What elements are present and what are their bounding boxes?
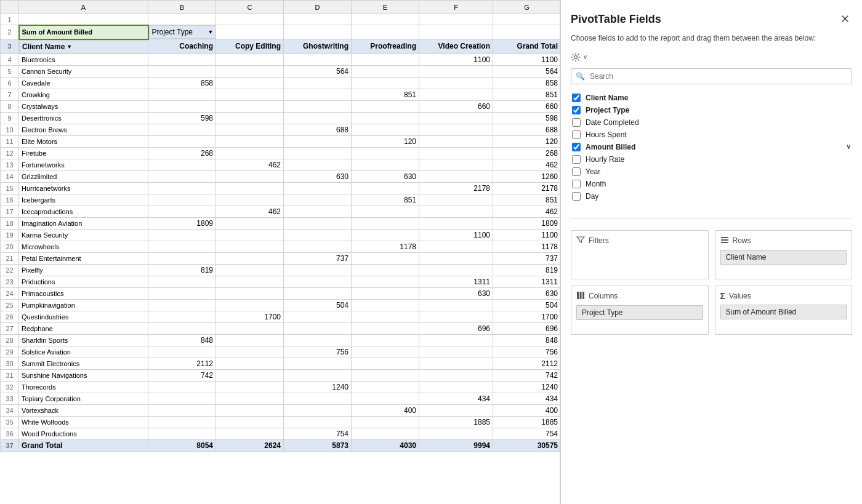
field-item-hours_spent[interactable]: Hours Spent [571, 129, 852, 141]
copy-editing-cell: 462 [216, 159, 284, 170]
ghostwriting-cell [284, 264, 352, 276]
video-creation-cell [419, 404, 493, 416]
values-tag[interactable]: Sum of Amount Billed [720, 305, 847, 319]
svg-rect-5 [580, 292, 582, 299]
pivot-table: A B C D E F G 1 2 [0, 0, 560, 452]
client-name-dropdown[interactable]: ▼ [66, 44, 72, 50]
cell [352, 25, 419, 39]
row-num: 3 [1, 39, 19, 54]
ghostwriting-cell [284, 241, 352, 252]
video-creation-cell [419, 124, 493, 135]
project-type-filter-cell[interactable]: Project Type ▼ [149, 25, 217, 39]
ghostwriting-cell [284, 54, 352, 65]
proofreading-cell [352, 264, 419, 276]
pivot-fields-panel: PivotTable Fields ✕ Choose fields to add… [560, 0, 862, 504]
field-item-amount_billed[interactable]: Amount Billed ∨ [571, 141, 852, 153]
columns-tag[interactable]: Project Type [576, 305, 703, 320]
client-name-cell: Bluetronics [19, 54, 148, 65]
client-name-cell: Primacoustics [19, 287, 148, 299]
field-label-hourly_rate: Hourly Rate [586, 155, 624, 164]
field-label-year: Year [586, 167, 600, 176]
row-num: 12 [1, 147, 19, 159]
search-input[interactable] [571, 68, 852, 84]
copy-editing-cell [216, 112, 284, 124]
field-item-client_name[interactable]: Client Name [571, 92, 852, 104]
gear-icon [571, 52, 581, 62]
grand-total-label: Grand Total [19, 439, 148, 451]
expand-arrow-amount_billed[interactable]: ∨ [846, 143, 851, 151]
video-creation-cell [419, 334, 493, 346]
video-creation-cell [419, 194, 493, 206]
field-checkbox-hourly_rate[interactable] [572, 155, 581, 164]
client-name-label: Client Name [22, 42, 65, 51]
rows-icon [720, 236, 729, 246]
video-creation-cell: 696 [419, 322, 493, 334]
coaching-cell [148, 182, 216, 194]
coaching-cell: 858 [148, 77, 216, 89]
field-item-month[interactable]: Month [571, 178, 852, 190]
filters-label: Filters [576, 236, 703, 246]
gear-button[interactable]: ∨ [571, 52, 587, 62]
field-checkbox-day[interactable] [572, 192, 581, 201]
field-checkbox-amount_billed[interactable] [572, 143, 581, 151]
field-item-project_type[interactable]: Project Type [571, 104, 852, 116]
copy-editing-cell: 1700 [216, 311, 284, 322]
coaching-cell [148, 381, 216, 393]
table-row: 19 Karma Security 1100 1100 [1, 229, 561, 241]
columns-icon [576, 291, 585, 302]
grand-total-cell: 462 [493, 206, 561, 217]
gear-row: ∨ [571, 52, 852, 62]
values-label: Σ Values [720, 291, 847, 301]
table-row: 9 Deserttronics 598 598 [1, 112, 561, 124]
video-creation-cell [419, 428, 493, 439]
video-creation-cell [419, 217, 493, 229]
coaching-cell [148, 65, 216, 77]
client-name-header[interactable]: Client Name ▼ [19, 40, 148, 54]
proofreading-cell [352, 276, 419, 287]
client-name-cell: Topiary Corporation [19, 393, 148, 404]
grand-total-cell: 858 [493, 77, 561, 89]
ghostwriting-cell [284, 416, 352, 428]
coaching-cell [148, 276, 216, 287]
video-creation-cell: 434 [419, 393, 493, 404]
ghostwriting-cell: 756 [284, 346, 352, 358]
field-item-year[interactable]: Year [571, 166, 852, 178]
row-num: 6 [1, 77, 19, 89]
client-name-cell: Icecaproductions [19, 206, 148, 217]
project-type-dropdown-arrow[interactable]: ▼ [208, 29, 214, 35]
field-checkbox-hours_spent[interactable] [572, 130, 581, 139]
video-creation-cell [419, 170, 493, 182]
proofreading-cell [352, 322, 419, 334]
table-row: 14 Grizzlimited 630 630 1260 [1, 170, 561, 182]
filters-drop-zone[interactable] [576, 250, 703, 268]
proofreading-cell: 120 [352, 135, 419, 147]
col-header-rownum [1, 1, 19, 14]
row-num: 37 [1, 439, 19, 451]
field-item-day[interactable]: Day [571, 190, 852, 202]
video-creation-cell [419, 159, 493, 170]
grand-total-cell: 737 [493, 252, 561, 264]
field-checkbox-project_type[interactable] [572, 106, 581, 114]
close-button[interactable]: ✕ [838, 10, 852, 28]
proofreading-cell [352, 252, 419, 264]
field-item-hourly_rate[interactable]: Hourly Rate [571, 153, 852, 166]
rows-tag[interactable]: Client Name [720, 250, 847, 265]
client-name-cell: Crowking [19, 89, 148, 100]
copy-editing-cell [216, 65, 284, 77]
field-checkbox-year[interactable] [572, 167, 581, 176]
copy-editing-cell [216, 369, 284, 381]
col-header-a: A [19, 1, 148, 14]
areas-grid: Filters Rows Client Name Columns Project… [571, 230, 852, 335]
ghostwriting-header: Ghostwriting [284, 39, 352, 54]
field-checkbox-date_completed[interactable] [572, 118, 581, 127]
grand-total-cell: 434 [493, 393, 561, 404]
coaching-cell [148, 159, 216, 170]
proofreading-cell [352, 65, 419, 77]
field-checkbox-client_name[interactable] [572, 94, 581, 102]
field-item-date_completed[interactable]: Date Completed [571, 116, 852, 129]
ghostwriting-cell [284, 217, 352, 229]
field-checkbox-month[interactable] [572, 180, 581, 188]
video-creation-cell [419, 206, 493, 217]
svg-point-0 [574, 55, 578, 58]
grand-total-cell: 851 [493, 89, 561, 100]
